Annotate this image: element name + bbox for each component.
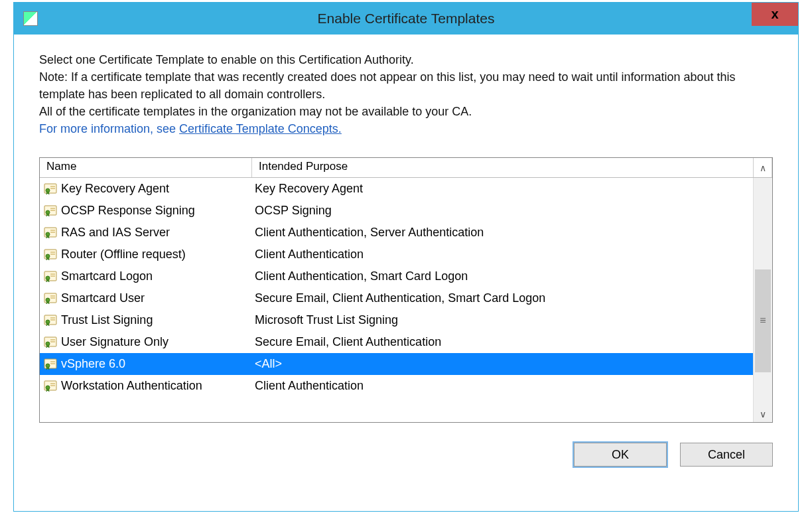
list-item[interactable]: User Signature OnlySecure Email, Client …	[40, 331, 753, 353]
list-header: Name Intended Purpose ∧	[40, 158, 772, 178]
list-item[interactable]: OCSP Response SigningOCSP Signing	[40, 200, 753, 222]
certificate-template-icon	[44, 271, 57, 283]
certificate-template-icon	[44, 293, 57, 305]
more-info-link[interactable]: Certificate Template Concepts.	[179, 122, 342, 135]
more-info-prefix: For more information, see	[39, 122, 179, 135]
template-name: RAS and IAS Server	[61, 226, 170, 240]
certificate-template-icon	[44, 336, 57, 348]
certificate-template-icon	[44, 315, 57, 327]
list-item[interactable]: Smartcard UserSecure Email, Client Authe…	[40, 287, 753, 309]
column-header-purpose[interactable]: Intended Purpose	[252, 158, 754, 177]
titlebar[interactable]: Enable Certificate Templates x	[14, 3, 798, 35]
instruction-line: All of the certificate templates in the …	[39, 103, 773, 120]
template-name: Trust List Signing	[61, 313, 153, 327]
system-menu-icon[interactable]	[23, 11, 38, 26]
certificate-template-icon	[44, 358, 57, 370]
certificate-template-icon	[44, 205, 57, 217]
template-purpose: Microsoft Trust List Signing	[255, 313, 398, 327]
scroll-up-button[interactable]: ∧	[754, 158, 772, 177]
close-button[interactable]: x	[752, 3, 798, 26]
template-purpose: Client Authentication	[255, 248, 364, 261]
template-name: Smartcard User	[61, 291, 145, 305]
scrollbar-track[interactable]: ≡	[754, 178, 772, 406]
window-title: Enable Certificate Templates	[14, 11, 798, 27]
template-name: Router (Offline request)	[61, 248, 186, 261]
template-name: vSphere 6.0	[61, 357, 125, 371]
certificate-template-icon	[44, 249, 57, 261]
template-name: User Signature Only	[61, 335, 169, 349]
scroll-down-button[interactable]: ∨	[754, 406, 772, 422]
template-purpose: Secure Email, Client Authentication, Sma…	[255, 291, 545, 305]
template-purpose: Key Recovery Agent	[255, 182, 363, 195]
certificate-template-icon	[44, 227, 57, 239]
template-name: Key Recovery Agent	[61, 182, 169, 196]
template-name: Smartcard Logon	[61, 269, 153, 283]
template-purpose: Client Authentication, Smart Card Logon	[255, 269, 468, 283]
cancel-button[interactable]: Cancel	[680, 443, 773, 467]
list-item[interactable]: Workstation AuthenticationClient Authent…	[40, 375, 753, 397]
ok-button[interactable]: OK	[574, 443, 667, 467]
template-list[interactable]: Name Intended Purpose ∧ Key Recovery Age…	[39, 157, 773, 423]
list-item[interactable]: RAS and IAS ServerClient Authentication,…	[40, 222, 753, 244]
template-purpose: Client Authentication	[255, 379, 364, 392]
template-name: Workstation Authentication	[61, 379, 202, 393]
template-name: OCSP Response Signing	[61, 204, 195, 218]
list-item[interactable]: Key Recovery AgentKey Recovery Agent	[40, 178, 753, 200]
vertical-scrollbar[interactable]: ≡ ∨	[753, 178, 772, 422]
list-item[interactable]: Router (Offline request)Client Authentic…	[40, 244, 753, 265]
template-purpose: Secure Email, Client Authentication	[255, 335, 441, 348]
scrollbar-thumb[interactable]: ≡	[755, 269, 771, 372]
instruction-text: Select one Certificate Template to enabl…	[14, 35, 798, 144]
list-item[interactable]: vSphere 6.0<All>	[40, 353, 753, 375]
template-purpose: Client Authentication, Server Authentica…	[255, 226, 484, 239]
list-item[interactable]: Trust List SigningMicrosoft Trust List S…	[40, 309, 753, 331]
certificate-template-icon	[44, 380, 57, 392]
dialog-window: Enable Certificate Templates x Select on…	[13, 2, 799, 512]
list-rows: Key Recovery AgentKey Recovery Agent OCS…	[40, 178, 753, 422]
instruction-line: Note: If a certificate template that was…	[39, 68, 773, 103]
template-purpose: OCSP Signing	[255, 204, 332, 217]
list-item[interactable]: Smartcard LogonClient Authentication, Sm…	[40, 265, 753, 287]
instruction-line: Select one Certificate Template to enabl…	[39, 51, 773, 68]
certificate-template-icon	[44, 183, 57, 195]
template-purpose: <All>	[255, 357, 282, 370]
dialog-buttons: OK Cancel	[14, 423, 798, 467]
column-header-name[interactable]: Name	[40, 158, 252, 177]
